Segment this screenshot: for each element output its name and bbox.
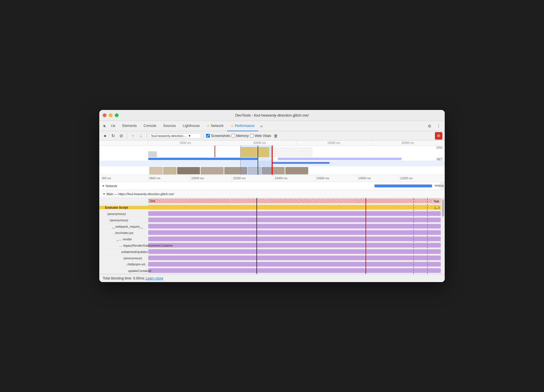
cpu-track [99, 146, 445, 157]
net-overview-bar [272, 162, 330, 164]
screenshot-thumb [163, 167, 176, 174]
tab-network[interactable]: ⚠ Network [203, 121, 227, 131]
tick-10000: 10000 ms [190, 175, 232, 182]
flame-inner: Task Task Evaluate Script L...t [99, 198, 445, 274]
flame-row-unbatched[interactable]: unbatchedUpdates [99, 249, 445, 255]
flame-bar-unbatched[interactable] [148, 249, 441, 254]
flame-label-webpack: __webpack_require__ [99, 225, 148, 228]
device-toolbar-icon[interactable] [110, 123, 117, 130]
flame-bars-reactroot [148, 261, 445, 267]
status-text: Total blocking time: 0.00ms [103, 276, 144, 280]
upload-button[interactable]: ↑ [130, 132, 136, 139]
network-section-label: Network [106, 184, 117, 188]
performance-settings-button[interactable]: ⚙ [435, 132, 442, 140]
clear-button[interactable]: ⊘ [118, 132, 125, 139]
memory-checkbox-label[interactable]: Memory [231, 134, 249, 138]
flame-bar-task[interactable]: Task [148, 199, 441, 203]
scrollbar-thumb[interactable] [442, 199, 444, 216]
ruler-tick-5000: 5000 ms [148, 140, 222, 145]
web-vitals-checkbox[interactable] [250, 134, 254, 138]
flame-label-evaluate: Evaluate Script [99, 206, 148, 209]
flame-bar-anon3[interactable] [148, 256, 441, 260]
flame-bar-updatecontainer[interactable] [148, 268, 441, 273]
flame-bar-evaluate[interactable] [148, 205, 441, 210]
tick-10400: 10400 ms [273, 175, 315, 182]
web-vitals-checkbox-label[interactable]: Web Vitals [250, 134, 271, 138]
task-label: Task [149, 199, 155, 203]
flame-bar-index[interactable] [148, 230, 441, 235]
devtools-window: DevTools - foul-heavenly-direction.glitc… [99, 110, 445, 282]
flame-bars-index [148, 230, 445, 236]
tab-elements[interactable]: Elements [119, 121, 140, 131]
flame-row-anon2[interactable]: (anonymous) [99, 217, 445, 223]
flame-bar-reactroot[interactable] [148, 262, 441, 267]
flame-row-legacy[interactable]: .... legacyRenderSubtreeIntoContainer [99, 242, 445, 249]
flame-row-evaluate[interactable]: Evaluate Script L...t [99, 204, 445, 211]
settings-icon[interactable]: ⚙ [426, 122, 433, 130]
close-button[interactable] [103, 113, 106, 117]
performance-toolbar: ● ↻ ⊘ ↑ ↓ foul-heavenly-direction.... ▼ … [99, 131, 445, 140]
tick-11000: 11000 ms [399, 175, 441, 182]
main-expand-icon[interactable]: ▼ [103, 193, 105, 195]
flame-bar-render[interactable] [148, 237, 441, 241]
ruler-tick-15000: 15000 ms [296, 140, 371, 145]
cursor-icon[interactable] [102, 123, 109, 130]
learn-more-link[interactable]: Learn more [146, 276, 163, 280]
tab-sources[interactable]: Sources [160, 121, 179, 131]
flame-bars-evaluate: L...t [148, 204, 445, 210]
svg-rect-3 [240, 147, 269, 157]
title-bar: DevTools - foul-heavenly-direction.glitc… [99, 110, 445, 121]
flame-bar-webpack[interactable] [148, 224, 441, 229]
flame-row-render[interactable]: _.... render [99, 236, 445, 242]
flame-row-updatecontainer[interactable]: updateContainer [99, 268, 445, 274]
screenshot-thumb [201, 167, 224, 174]
timeline-tracks[interactable]: CPU NET [99, 146, 445, 175]
flame-row-anon1[interactable]: (anonymous) [99, 211, 445, 217]
svg-rect-1 [114, 125, 115, 127]
network-expand-icon[interactable]: ▶ [103, 184, 104, 187]
flame-row-task[interactable]: Task Task [99, 198, 445, 204]
window-title: DevTools - foul-heavenly-direction.glitc… [235, 113, 309, 117]
main-section-header: ▼ Main — https://foul-heavenly-direction… [99, 190, 445, 198]
tab-lighthouse[interactable]: Lighthouse [179, 121, 203, 131]
memory-label: Memory [236, 134, 249, 138]
svg-rect-5 [214, 146, 215, 157]
memory-checkbox[interactable] [231, 134, 235, 138]
right-scrollbar[interactable] [441, 198, 445, 274]
record-button[interactable]: ● [102, 132, 109, 139]
more-options-icon[interactable]: ⋮ [435, 122, 442, 130]
reload-record-button[interactable]: ↻ [110, 132, 117, 139]
download-button[interactable]: ↓ [138, 132, 144, 139]
flame-row-reactroot[interactable]: ../rbd/pnpm-volume/28d7f85f-31d7-4fd8-ab… [99, 261, 445, 268]
tick-10800: 10800 ms [357, 175, 399, 182]
screenshots-checkbox-label[interactable]: Screenshots [206, 134, 230, 138]
flame-bar-legacy[interactable] [148, 243, 441, 248]
flame-label-legacy: .... legacyRenderSubtreeIntoContainer [99, 244, 148, 247]
tab-overflow-button[interactable]: » [258, 124, 265, 128]
web-vitals-label: Web Vitals [255, 134, 271, 138]
tab-console[interactable]: Console [140, 121, 160, 131]
flame-row-index[interactable]: ./src/index.jsx [99, 230, 445, 236]
sep2 [147, 133, 147, 139]
flame-bars-unbatched [148, 249, 445, 255]
traffic-lights [103, 113, 119, 117]
sep3 [203, 133, 204, 139]
tab-performance[interactable]: ⚠ Performance [227, 121, 258, 131]
evaluate-right-label: L...t [433, 205, 441, 210]
zoomed-ruler: 300 ms 9800 ms 10000 ms 10200 ms 10400 m… [99, 175, 445, 182]
minimize-button[interactable] [109, 113, 113, 117]
toolbar-right: ⚙ [435, 132, 442, 140]
screenshots-checkbox[interactable] [206, 134, 210, 138]
url-selector[interactable]: foul-heavenly-direction.... ▼ [149, 133, 201, 138]
trash-button[interactable]: 🗑 [272, 132, 279, 139]
flame-bars-updatecontainer [148, 268, 445, 274]
maximize-button[interactable] [115, 113, 119, 117]
flame-bar-anon2[interactable] [148, 218, 441, 222]
flame-bar-anon1[interactable] [148, 211, 441, 216]
timeline-overview[interactable]: 5000 ms 10000 ms 15000 ms 20000 ms [99, 140, 445, 175]
flame-row-webpack[interactable]: __webpack_require__ [99, 223, 445, 230]
flame-row-anon3[interactable]: (anonymous) [99, 255, 445, 261]
zoomed-left-tick: 300 ms [99, 177, 148, 180]
flame-label-render: _.... render [99, 237, 148, 241]
network-bar-item [374, 184, 432, 187]
